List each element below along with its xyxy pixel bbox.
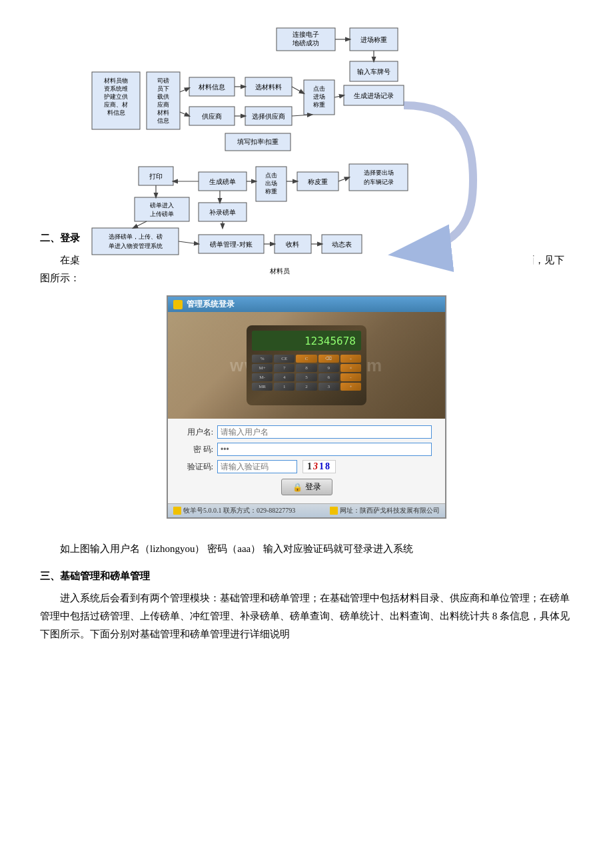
calc-btn-8: 8 bbox=[296, 364, 316, 372]
footer-right-text: 网址：陕西萨戈科技发展有限公司 bbox=[340, 506, 440, 515]
captcha-row: 验证码: 1318 bbox=[181, 460, 432, 473]
calc-screen: 12345678 bbox=[252, 331, 361, 351]
calculator-visual: 12345678 % CE C ⌫ ÷ M+ 7 8 9 × M- 4 5 6 bbox=[247, 325, 366, 405]
calc-buttons: % CE C ⌫ ÷ M+ 7 8 9 × M- 4 5 6 - MR 1 bbox=[252, 355, 361, 391]
svg-text:进场称重: 进场称重 bbox=[360, 36, 387, 43]
calc-btn-mr: MR bbox=[252, 383, 273, 391]
username-label: 用户名: bbox=[181, 427, 213, 438]
calc-btn-minus: - bbox=[340, 373, 361, 381]
calc-btn-1: 1 bbox=[274, 383, 295, 391]
calc-btn-m: M+ bbox=[252, 364, 273, 372]
login-screenshot: 管理系统登录 www.bdocx.com 12345678 % CE C ⌫ ÷… bbox=[167, 295, 446, 519]
svg-text:选择磅单，上传、磅: 选择磅单，上传、磅 bbox=[109, 233, 163, 240]
calc-btn: CE bbox=[274, 355, 295, 363]
calc-btn-3: 3 bbox=[318, 383, 339, 391]
svg-text:信息: 信息 bbox=[157, 117, 169, 124]
calc-btn-5: 5 bbox=[296, 373, 316, 381]
login-footer: 牧羊号5.0.0.1 联系方式：029-88227793 网址：陕西萨戈科技发展… bbox=[168, 503, 445, 517]
captcha-input-group: 1318 bbox=[217, 460, 336, 473]
svg-text:补录磅单: 补录磅单 bbox=[209, 209, 236, 216]
flowchart-diagram: 连接电子 地磅成功 进场称重 输入车牌号 材料员物 资系统维 护建立供 应商、材… bbox=[40, 13, 573, 220]
captcha-digit-3: 3 bbox=[313, 461, 319, 471]
calc-btn-ms: M- bbox=[252, 373, 273, 381]
svg-text:出场: 出场 bbox=[265, 180, 277, 187]
svg-text:载供: 载供 bbox=[157, 93, 169, 100]
svg-text:生成磅单: 生成磅单 bbox=[209, 178, 236, 185]
calc-btn-6: 6 bbox=[318, 373, 339, 381]
svg-text:称皮重: 称皮重 bbox=[308, 178, 328, 185]
svg-rect-63 bbox=[135, 197, 189, 221]
captcha-digit-18: 18 bbox=[319, 461, 331, 471]
footer-right: 网址：陕西萨戈科技发展有限公司 bbox=[330, 506, 440, 515]
svg-text:点击: 点击 bbox=[313, 85, 325, 92]
svg-text:磅单管理-对账: 磅单管理-对账 bbox=[209, 241, 252, 248]
svg-text:供应商: 供应商 bbox=[202, 113, 222, 120]
svg-text:材料员物: 材料员物 bbox=[103, 77, 128, 84]
svg-text:连接电子: 连接电子 bbox=[293, 31, 319, 38]
captcha-digit-1: 1 bbox=[307, 461, 313, 471]
svg-text:收料: 收料 bbox=[286, 241, 299, 248]
calc-btn-plus: + bbox=[340, 383, 361, 391]
captcha-display: 1318 bbox=[303, 460, 336, 473]
login-photo-area: www.bdocx.com 12345678 % CE C ⌫ ÷ M+ 7 8… bbox=[168, 312, 445, 419]
svg-text:上传磅单: 上传磅单 bbox=[150, 211, 174, 217]
login-button-row: 🔒 登录 bbox=[181, 479, 432, 495]
calc-btn-div: ÷ bbox=[340, 355, 361, 363]
svg-text:材料: 材料 bbox=[157, 109, 169, 116]
svg-text:员下: 员下 bbox=[157, 85, 169, 92]
svg-text:进场: 进场 bbox=[313, 93, 325, 100]
captcha-input[interactable] bbox=[217, 460, 297, 473]
login-button-label: 登录 bbox=[305, 481, 321, 493]
login-window-title: 管理系统登录 bbox=[187, 299, 235, 310]
calc-btn-9: 9 bbox=[318, 364, 339, 372]
svg-text:称重: 称重 bbox=[313, 101, 325, 108]
svg-text:料信息: 料信息 bbox=[107, 109, 125, 116]
svg-text:选材料料: 选材料料 bbox=[255, 83, 282, 91]
svg-text:选择要出场: 选择要出场 bbox=[364, 169, 394, 176]
svg-text:选择供应商: 选择供应商 bbox=[252, 113, 285, 120]
calc-btn-7: 7 bbox=[274, 364, 295, 372]
username-row: 用户名: bbox=[181, 425, 432, 439]
svg-text:输入车牌号: 输入车牌号 bbox=[357, 68, 390, 75]
calc-btn-del: ⌫ bbox=[318, 355, 339, 363]
svg-text:资系统维: 资系统维 bbox=[104, 85, 128, 92]
password-input[interactable] bbox=[217, 443, 432, 456]
calc-btn-4: 4 bbox=[274, 373, 295, 381]
footer-left-text: 牧羊号5.0.0.1 联系方式：029-88227793 bbox=[183, 506, 295, 515]
section3-paragraph: 进入系统后会看到有两个管理模块：基础管理和磅单管理；在基础管理中包括材料目录、供… bbox=[40, 589, 573, 643]
username-input[interactable] bbox=[217, 425, 432, 439]
section3-title: 三、基础管理和磅单管理 bbox=[40, 570, 573, 583]
svg-text:填写扣率\扣重: 填写扣率\扣重 bbox=[237, 138, 279, 145]
footer-left-icon bbox=[173, 507, 181, 515]
svg-text:应商、材: 应商、材 bbox=[104, 101, 128, 108]
login-button[interactable]: 🔒 登录 bbox=[281, 479, 332, 495]
svg-text:材料员: 材料员 bbox=[269, 267, 290, 275]
svg-text:磅单进入: 磅单进入 bbox=[149, 202, 174, 209]
calc-btn-c: C bbox=[296, 355, 316, 363]
calc-btn-mul: × bbox=[340, 364, 361, 372]
after-login-text: 如上图输入用户名（lizhongyou） 密码（aaa） 输入对应验证码就可登录… bbox=[40, 540, 573, 558]
svg-text:应商: 应商 bbox=[157, 101, 169, 108]
svg-text:司磅: 司磅 bbox=[157, 77, 169, 84]
password-row: 密 码: bbox=[181, 443, 432, 456]
calc-display: 12345678 bbox=[305, 335, 356, 347]
login-header: 管理系统登录 bbox=[168, 297, 445, 312]
footer-right-icon bbox=[330, 507, 338, 515]
login-header-icon bbox=[173, 300, 183, 309]
svg-text:打印: 打印 bbox=[149, 173, 163, 180]
captcha-label: 验证码: bbox=[181, 461, 213, 473]
calc-btn: % bbox=[252, 355, 273, 363]
svg-text:动态表: 动态表 bbox=[332, 241, 352, 248]
svg-text:单进入物资管理系统: 单进入物资管理系统 bbox=[109, 243, 163, 249]
svg-text:材料信息: 材料信息 bbox=[198, 83, 225, 91]
svg-text:点击: 点击 bbox=[265, 172, 277, 179]
svg-rect-70 bbox=[92, 228, 179, 255]
svg-text:称重: 称重 bbox=[265, 188, 277, 195]
svg-text:的车辆记录: 的车辆记录 bbox=[364, 179, 394, 185]
svg-text:地磅成功: 地磅成功 bbox=[292, 39, 319, 47]
password-label: 密 码: bbox=[181, 444, 213, 455]
calc-btn-2: 2 bbox=[296, 383, 316, 391]
svg-text:生成进场记录: 生成进场记录 bbox=[354, 92, 394, 99]
login-form-area: 用户名: 密 码: 验证码: 1318 bbox=[168, 419, 445, 503]
svg-rect-56 bbox=[349, 164, 408, 191]
